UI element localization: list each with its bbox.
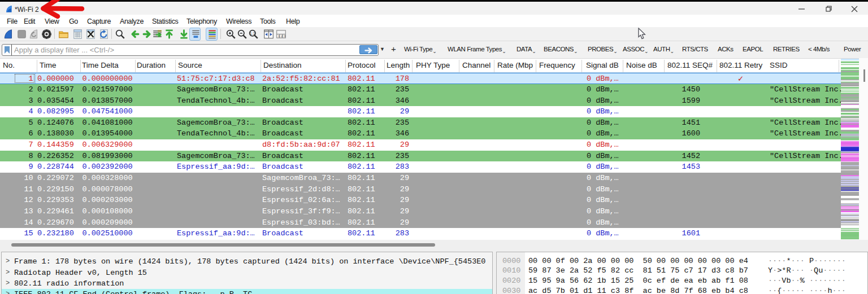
svg-text:3: 3 bbox=[284, 34, 286, 38]
svg-text:2: 2 bbox=[281, 34, 283, 38]
svg-text:1: 1 bbox=[278, 34, 280, 38]
svg-text:1:1: 1:1 bbox=[250, 30, 255, 36]
